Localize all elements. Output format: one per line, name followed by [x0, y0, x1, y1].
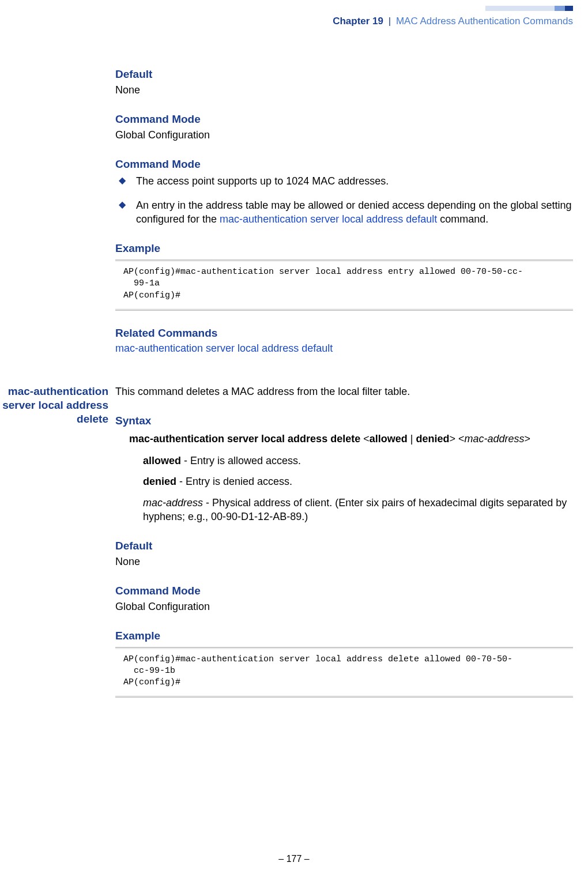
default-value: None [115, 83, 573, 97]
margin-column [0, 67, 115, 385]
chapter-label: Chapter 19 [333, 16, 383, 27]
page-number: – 177 – [278, 854, 309, 864]
content-column: Default None Command Mode Global Configu… [115, 67, 588, 385]
syntax-text: | [408, 433, 416, 445]
content-column: This command deletes a MAC address from … [115, 385, 588, 698]
list-text: The access point supports up to 1024 MAC… [136, 175, 389, 187]
bar-seg-mid [555, 6, 565, 11]
option-desc: - Entry is allowed access. [181, 455, 301, 466]
section-spacer [115, 356, 573, 385]
command-mode-value: Global Configuration [115, 128, 573, 142]
section-heading-command-mode: Command Mode [115, 583, 573, 598]
bar-seg-light [485, 6, 555, 11]
syntax-keyword: denied [416, 433, 449, 445]
default-value: None [115, 555, 573, 568]
margin-command-title: mac-authentication server local address … [0, 385, 115, 698]
syntax-text: < [360, 433, 370, 445]
section-heading-syntax: Syntax [115, 413, 573, 428]
syntax-param: mac-address [464, 433, 524, 445]
list-item: The access point supports up to 1024 MAC… [115, 174, 573, 188]
command-mode-value: Global Configuration [115, 600, 573, 613]
example-code-block: AP(config)#mac-authentication server loc… [115, 647, 573, 698]
syntax-keyword: allowed [370, 433, 408, 445]
example-code-block: AP(config)#mac-authentication server loc… [115, 259, 573, 311]
option-name: mac-address [143, 497, 203, 509]
list-item: An entry in the address table may be all… [115, 198, 573, 227]
section-heading-default: Default [115, 538, 573, 553]
list-text-part: command. [437, 213, 488, 225]
option-name: denied [143, 476, 176, 487]
command-mode-list: The access point supports up to 1024 MAC… [115, 174, 573, 227]
header-separator: | [386, 16, 393, 27]
chapter-topic: MAC Address Authentication Commands [396, 16, 573, 27]
syntax-command: mac-authentication server local address … [129, 433, 360, 445]
section-heading-command-mode: Command Mode [115, 112, 573, 127]
section-heading-default: Default [115, 67, 573, 82]
option-name: allowed [143, 455, 181, 466]
option-desc: - Physical address of client. (Enter six… [143, 497, 567, 522]
bar-seg-dark [565, 6, 573, 11]
running-header: Chapter 19 | MAC Address Authentication … [333, 15, 573, 28]
option-desc: - Entry is denied access. [176, 476, 292, 487]
syntax-text: > < [449, 433, 464, 445]
syntax-text: > [524, 433, 530, 445]
related-command-link[interactable]: mac-authentication server local address … [115, 342, 333, 354]
section-heading-example: Example [115, 628, 573, 643]
page-footer: – 177 – [0, 853, 588, 865]
inline-link[interactable]: mac-authentication server local address … [220, 213, 437, 225]
syntax-option: allowed - Entry is allowed access. [115, 454, 573, 468]
syntax-option: denied - Entry is denied access. [115, 474, 573, 488]
command-description: This command deletes a MAC address from … [115, 385, 573, 398]
syntax-line: mac-authentication server local address … [115, 432, 573, 446]
header-decorative-bar [485, 6, 573, 11]
syntax-option: mac-address - Physical address of client… [115, 496, 573, 524]
section-heading-example: Example [115, 241, 573, 256]
section-heading-related: Related Commands [115, 326, 573, 341]
section-heading-command-mode-2: Command Mode [115, 157, 573, 172]
page-body: Default None Command Mode Global Configu… [0, 67, 588, 698]
